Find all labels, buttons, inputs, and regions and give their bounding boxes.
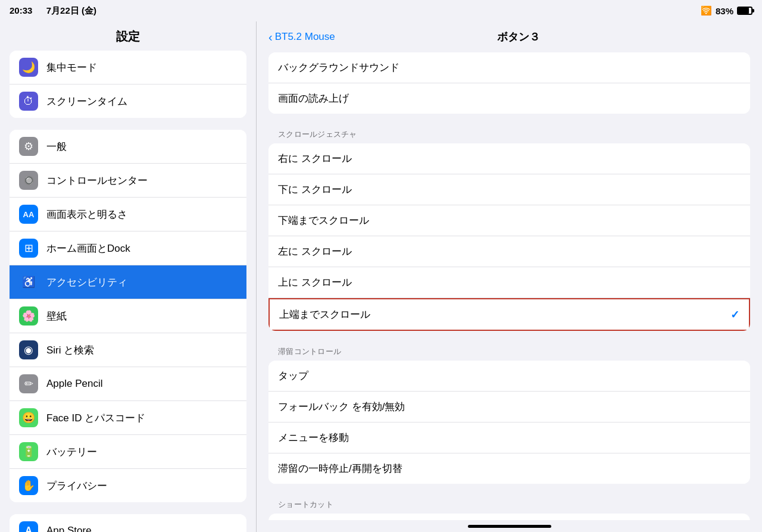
scroll-left-label: 左に スクロール <box>278 245 352 258</box>
sidebar-title: 設定 <box>0 21 256 51</box>
controlcenter-label: コントロールセンター <box>46 174 148 187</box>
content-item-tap[interactable]: タップ <box>268 361 750 392</box>
home-bar <box>468 525 551 528</box>
sidebar-section-2: ⚙ 一般 🔘 コントロールセンター AA 画面表示と明るさ ⊞ ホーム画面とDo… <box>10 130 246 502</box>
content-section-scroll: 右に スクロール 下に スクロール 下端までスクロール 左に スクロール 上に … <box>268 143 750 331</box>
status-icons: 🛜 83% <box>701 5 752 16</box>
sidebar-section-1: 🌙 集中モード ⏱ スクリーンタイム <box>10 51 246 118</box>
faceid-label: Face ID とパスコード <box>46 411 145 425</box>
content-section-shortcuts: 8時起き <box>268 514 750 520</box>
back-label: BT5.2 Mouse <box>275 31 335 43</box>
homescreen-icon: ⊞ <box>19 239 38 258</box>
content-item-scroll-top[interactable]: 上端までスクロール ✓ <box>268 298 750 331</box>
sidebar-item-faceid[interactable]: 😀 Face ID とパスコード <box>10 401 246 435</box>
content-item-fallback[interactable]: フォールバック を有効/無効 <box>268 392 750 423</box>
content-item-scroll-up[interactable]: 上に スクロール <box>268 267 750 298</box>
sidebar-section-3: A App Store 💳 ウォレットとApple Pay <box>10 514 246 532</box>
homescreen-label: ホーム画面とDock <box>46 242 130 255</box>
main-layout: 設定 🌙 集中モード ⏱ スクリーンタイム ⚙ 一般 <box>0 21 762 532</box>
status-time-date: 20:33 7月22日 (金) <box>10 5 96 17</box>
display-label: 画面表示と明るさ <box>46 208 127 221</box>
fallback-label: フォールバック を有効/無効 <box>278 400 405 414</box>
dwell-section-wrapper: 滞留コントロール タップ フォールバック を有効/無効 メニューを移動 滞留の一… <box>268 336 750 484</box>
scroll-top-label: 上端までスクロール <box>279 308 370 321</box>
sidebar-item-screentime[interactable]: ⏱ スクリーンタイム <box>10 85 246 118</box>
right-content: バックグラウンドサウンド 画面の読み上げ スクロールジェスチャ 右に スクロール… <box>257 52 762 520</box>
content-item-toggle-dwell[interactable]: 滞留の一時停止/再開を切替 <box>268 453 750 484</box>
tap-label: タップ <box>278 369 308 383</box>
content-section-dwell: タップ フォールバック を有効/無効 メニューを移動 滞留の一時停止/再開を切替 <box>268 361 750 484</box>
screentime-label: スクリーンタイム <box>46 95 127 108</box>
back-chevron-icon: ‹ <box>268 30 273 44</box>
controlcenter-icon: 🔘 <box>19 171 38 190</box>
siri-label: Siri と検索 <box>46 343 94 357</box>
focus-icon: 🌙 <box>19 58 38 77</box>
sidebar-item-applepencil[interactable]: ✏ Apple Pencil <box>10 367 246 401</box>
sidebar: 設定 🌙 集中モード ⏱ スクリーンタイム ⚙ 一般 <box>0 21 256 532</box>
battery-settings-icon: 🔋 <box>19 442 38 461</box>
right-header: ‹ BT5.2 Mouse ボタン３ <box>257 21 762 52</box>
back-button[interactable]: ‹ BT5.2 Mouse <box>268 30 335 44</box>
scroll-down-label: 下に スクロール <box>278 183 352 196</box>
faceid-icon: 😀 <box>19 408 38 427</box>
content-item-read-screen[interactable]: 画面の読み上げ <box>268 83 750 114</box>
privacy-icon: ✋ <box>19 476 38 495</box>
appstore-label: App Store <box>46 525 92 532</box>
sidebar-item-general[interactable]: ⚙ 一般 <box>10 130 246 164</box>
accessibility-label: アクセシビリティ <box>46 276 127 289</box>
battery-settings-label: バッテリー <box>46 445 97 459</box>
right-panel: ‹ BT5.2 Mouse ボタン３ バックグラウンドサウンド 画面の読み上げ … <box>257 21 762 532</box>
battery-icon <box>737 7 752 15</box>
scroll-section-wrapper: スクロールジェスチャ 右に スクロール 下に スクロール 下端までスクロール 左… <box>268 118 750 331</box>
content-item-scroll-bottom[interactable]: 下端までスクロール <box>268 205 750 236</box>
screentime-icon: ⏱ <box>19 92 38 111</box>
siri-icon: ◉ <box>19 340 38 359</box>
applepencil-icon: ✏ <box>19 374 38 393</box>
sidebar-item-privacy[interactable]: ✋ プライバシー <box>10 469 246 502</box>
shortcuts-section-wrapper: ショートカット 8時起き <box>268 489 750 520</box>
general-label: 一般 <box>46 140 67 154</box>
content-item-wake8[interactable]: 8時起き <box>268 514 750 520</box>
status-bar: 20:33 7月22日 (金) 🛜 83% <box>0 0 762 21</box>
content-item-scroll-left[interactable]: 左に スクロール <box>268 236 750 267</box>
sidebar-item-wallpaper[interactable]: 🌸 壁紙 <box>10 299 246 333</box>
scroll-top-checkmark: ✓ <box>730 308 739 321</box>
applepencil-label: Apple Pencil <box>46 378 103 390</box>
dwell-section-header: 滞留コントロール <box>268 336 750 361</box>
content-item-scroll-down[interactable]: 下に スクロール <box>268 174 750 205</box>
sidebar-item-accessibility[interactable]: ♿ アクセシビリティ <box>10 265 246 299</box>
sidebar-item-focus[interactable]: 🌙 集中モード <box>10 51 246 85</box>
sidebar-item-display[interactable]: AA 画面表示と明るさ <box>10 198 246 231</box>
appstore-icon: A <box>19 521 38 532</box>
content-item-background-sound[interactable]: バックグラウンドサウンド <box>268 52 750 83</box>
toggle-dwell-label: 滞留の一時停止/再開を切替 <box>278 462 402 475</box>
display-icon: AA <box>19 205 38 224</box>
sidebar-item-controlcenter[interactable]: 🔘 コントロールセンター <box>10 164 246 198</box>
right-panel-title: ボタン３ <box>335 30 702 44</box>
move-menu-label: メニューを移動 <box>278 431 349 445</box>
content-section-top: バックグラウンドサウンド 画面の読み上げ <box>268 52 750 114</box>
scroll-up-label: 上に スクロール <box>278 276 352 289</box>
background-sound-label: バックグラウンドサウンド <box>278 61 399 74</box>
scroll-bottom-label: 下端までスクロール <box>278 214 369 227</box>
content-item-move-menu[interactable]: メニューを移動 <box>268 423 750 453</box>
wallpaper-icon: 🌸 <box>19 306 38 326</box>
sidebar-item-homescreen[interactable]: ⊞ ホーム画面とDock <box>10 231 246 265</box>
read-screen-label: 画面の読み上げ <box>278 92 349 105</box>
sidebar-item-siri[interactable]: ◉ Siri と検索 <box>10 333 246 367</box>
focus-label: 集中モード <box>46 61 97 74</box>
content-item-scroll-right[interactable]: 右に スクロール <box>268 143 750 174</box>
sidebar-item-battery[interactable]: 🔋 バッテリー <box>10 435 246 469</box>
privacy-label: プライバシー <box>46 479 107 493</box>
general-icon: ⚙ <box>19 137 38 156</box>
wifi-icon: 🛜 <box>701 5 712 16</box>
home-indicator <box>257 520 762 532</box>
shortcuts-section-header: ショートカット <box>268 489 750 514</box>
accessibility-icon: ♿ <box>19 273 38 292</box>
scroll-right-label: 右に スクロール <box>278 152 352 165</box>
sidebar-item-appstore[interactable]: A App Store <box>10 514 246 532</box>
sidebar-list: 🌙 集中モード ⏱ スクリーンタイム ⚙ 一般 🔘 コントロールセンター <box>0 51 256 532</box>
scroll-section-header: スクロールジェスチャ <box>268 118 750 143</box>
battery-percent: 83% <box>716 6 733 16</box>
wallpaper-label: 壁紙 <box>46 309 67 323</box>
